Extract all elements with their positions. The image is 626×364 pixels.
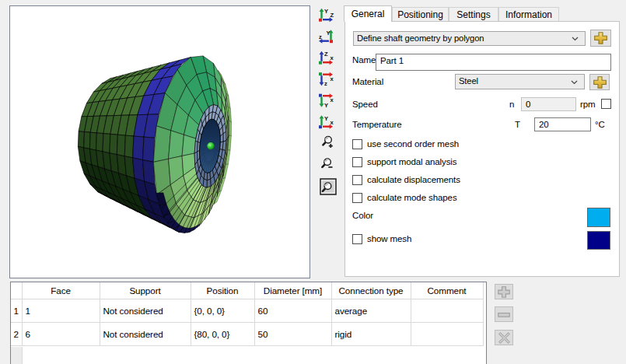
svg-text:z: z — [324, 80, 327, 87]
svg-text:x: x — [330, 119, 334, 126]
svg-text:Z: Z — [330, 12, 334, 19]
svg-text:Y: Y — [324, 102, 328, 109]
svg-text:z: z — [319, 33, 322, 40]
svg-text:x: x — [330, 54, 334, 61]
svg-text:Y: Y — [324, 115, 328, 122]
svg-text:Z: Z — [324, 51, 328, 58]
svg-text:Y: Y — [327, 30, 330, 37]
svg-text:Y: Y — [324, 8, 328, 15]
svg-text:x: x — [330, 75, 334, 82]
svg-text:x: x — [330, 96, 334, 103]
